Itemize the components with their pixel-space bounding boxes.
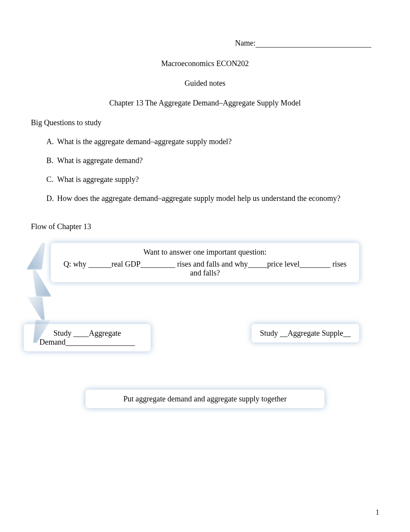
list-marker: B. xyxy=(46,156,57,165)
left-prefix: Study xyxy=(54,329,74,337)
flow-chapter-title: Flow of Chapter 13 xyxy=(31,222,379,231)
list-marker: D. xyxy=(46,194,57,203)
big-questions-list: A.What is the aggregate demand–aggregate… xyxy=(46,137,379,203)
list-marker: C. xyxy=(46,175,57,184)
page-number: 1 xyxy=(376,508,379,517)
arrow-icon xyxy=(26,243,51,270)
list-item: D.How does the aggregate demand–aggregat… xyxy=(46,194,379,203)
flow-top-box: Want to answer one important question: Q… xyxy=(51,243,359,282)
flow-top-line1: Want to answer one important question: xyxy=(59,248,351,257)
chapter-title: Chapter 13 The Aggregate Demand–Aggregat… xyxy=(31,99,379,107)
list-item: C.What is aggregate supply? xyxy=(46,175,379,184)
flow-diagram: Want to answer one important question: Q… xyxy=(31,243,379,444)
q-prefix: Q: why xyxy=(63,260,88,268)
subtitle: Guided notes xyxy=(31,79,379,88)
name-blank-line xyxy=(256,47,371,48)
right-prefix: Study xyxy=(260,329,280,337)
q-mid1: rises and falls and why xyxy=(175,260,248,268)
arrow-icon xyxy=(26,270,51,297)
flow-top-question: Q: why ______real GDP_________ rises and… xyxy=(59,260,351,277)
name-field-row: Name: xyxy=(31,39,379,48)
big-questions-heading: Big Questions to study xyxy=(31,118,379,127)
list-text: How does the aggregate demand–aggregate … xyxy=(57,194,341,202)
course-title: Macroeconomics ECON202 xyxy=(31,59,379,68)
list-item: B.What is aggregate demand? xyxy=(46,156,379,165)
flow-right-box: Study __Aggregate Supple__ xyxy=(251,324,359,343)
right-blank: __Aggregate Supple__ xyxy=(280,329,351,337)
name-label: Name: xyxy=(235,39,256,47)
list-text: What is aggregate demand? xyxy=(57,156,143,165)
flow-bottom-box: Put aggregate demand and aggregate suppl… xyxy=(85,389,325,408)
arrow-icon xyxy=(27,297,51,320)
q-blank2: _____price level________ xyxy=(248,260,330,268)
list-text: What is the aggregate demand–aggregate s… xyxy=(57,137,232,146)
q-blank1: ______real GDP_________ xyxy=(88,260,175,268)
list-marker: A. xyxy=(46,137,57,146)
flow-bottom-text: Put aggregate demand and aggregate suppl… xyxy=(123,394,286,403)
list-item: A.What is the aggregate demand–aggregate… xyxy=(46,137,379,146)
list-text: What is aggregate supply? xyxy=(57,175,139,184)
